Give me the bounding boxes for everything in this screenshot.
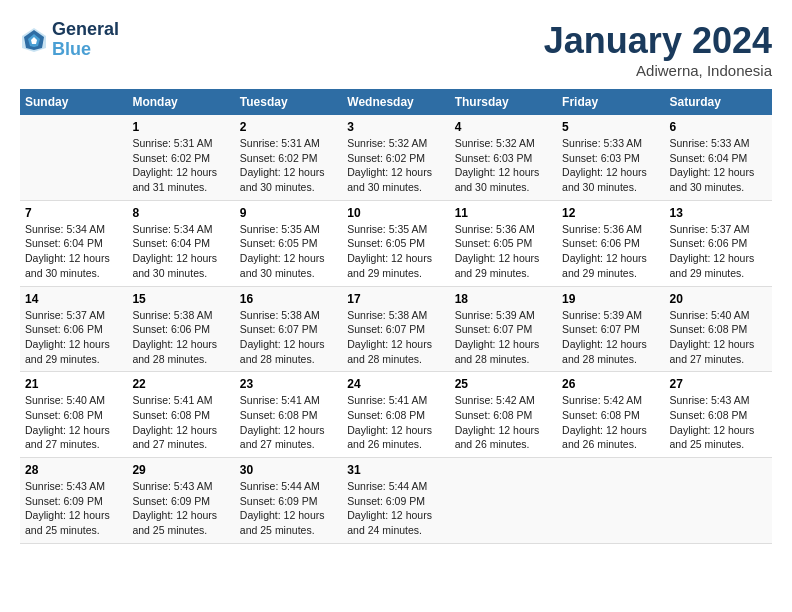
day-number: 5: [562, 120, 659, 134]
day-info: Sunrise: 5:37 AMSunset: 6:06 PMDaylight:…: [670, 222, 767, 281]
day-info: Sunrise: 5:35 AMSunset: 6:05 PMDaylight:…: [347, 222, 444, 281]
day-info: Sunrise: 5:42 AMSunset: 6:08 PMDaylight:…: [455, 393, 552, 452]
logo-icon: [20, 26, 48, 54]
day-number: 14: [25, 292, 122, 306]
logo: General Blue: [20, 20, 119, 60]
title-block: January 2024 Adiwerna, Indonesia: [544, 20, 772, 79]
day-number: 3: [347, 120, 444, 134]
day-info: Sunrise: 5:34 AMSunset: 6:04 PMDaylight:…: [25, 222, 122, 281]
day-info: Sunrise: 5:38 AMSunset: 6:07 PMDaylight:…: [240, 308, 337, 367]
calendar-cell: 6 Sunrise: 5:33 AMSunset: 6:04 PMDayligh…: [665, 115, 772, 200]
day-info: Sunrise: 5:32 AMSunset: 6:02 PMDaylight:…: [347, 136, 444, 195]
day-number: 21: [25, 377, 122, 391]
day-info: Sunrise: 5:33 AMSunset: 6:04 PMDaylight:…: [670, 136, 767, 195]
day-number: 29: [132, 463, 229, 477]
calendar-cell: 31 Sunrise: 5:44 AMSunset: 6:09 PMDaylig…: [342, 458, 449, 544]
weekday-header-row: Sunday Monday Tuesday Wednesday Thursday…: [20, 89, 772, 115]
header-wednesday: Wednesday: [342, 89, 449, 115]
day-info: Sunrise: 5:38 AMSunset: 6:06 PMDaylight:…: [132, 308, 229, 367]
day-number: 25: [455, 377, 552, 391]
day-info: Sunrise: 5:36 AMSunset: 6:05 PMDaylight:…: [455, 222, 552, 281]
day-number: 1: [132, 120, 229, 134]
calendar-cell: 23 Sunrise: 5:41 AMSunset: 6:08 PMDaylig…: [235, 372, 342, 458]
calendar-cell: [450, 458, 557, 544]
calendar-cell: 12 Sunrise: 5:36 AMSunset: 6:06 PMDaylig…: [557, 200, 664, 286]
calendar-cell: 30 Sunrise: 5:44 AMSunset: 6:09 PMDaylig…: [235, 458, 342, 544]
day-info: Sunrise: 5:41 AMSunset: 6:08 PMDaylight:…: [132, 393, 229, 452]
day-number: 10: [347, 206, 444, 220]
calendar-cell: 7 Sunrise: 5:34 AMSunset: 6:04 PMDayligh…: [20, 200, 127, 286]
day-info: Sunrise: 5:31 AMSunset: 6:02 PMDaylight:…: [240, 136, 337, 195]
day-number: 23: [240, 377, 337, 391]
header-friday: Friday: [557, 89, 664, 115]
day-info: Sunrise: 5:44 AMSunset: 6:09 PMDaylight:…: [240, 479, 337, 538]
calendar-week-row: 14 Sunrise: 5:37 AMSunset: 6:06 PMDaylig…: [20, 286, 772, 372]
day-number: 22: [132, 377, 229, 391]
calendar-cell: 1 Sunrise: 5:31 AMSunset: 6:02 PMDayligh…: [127, 115, 234, 200]
day-number: 2: [240, 120, 337, 134]
day-info: Sunrise: 5:40 AMSunset: 6:08 PMDaylight:…: [670, 308, 767, 367]
calendar-week-row: 28 Sunrise: 5:43 AMSunset: 6:09 PMDaylig…: [20, 458, 772, 544]
day-info: Sunrise: 5:32 AMSunset: 6:03 PMDaylight:…: [455, 136, 552, 195]
day-number: 4: [455, 120, 552, 134]
calendar-cell: 14 Sunrise: 5:37 AMSunset: 6:06 PMDaylig…: [20, 286, 127, 372]
day-number: 9: [240, 206, 337, 220]
day-info: Sunrise: 5:35 AMSunset: 6:05 PMDaylight:…: [240, 222, 337, 281]
calendar-cell: 13 Sunrise: 5:37 AMSunset: 6:06 PMDaylig…: [665, 200, 772, 286]
calendar-week-row: 7 Sunrise: 5:34 AMSunset: 6:04 PMDayligh…: [20, 200, 772, 286]
day-number: 15: [132, 292, 229, 306]
calendar-cell: 25 Sunrise: 5:42 AMSunset: 6:08 PMDaylig…: [450, 372, 557, 458]
calendar-cell: 18 Sunrise: 5:39 AMSunset: 6:07 PMDaylig…: [450, 286, 557, 372]
day-info: Sunrise: 5:40 AMSunset: 6:08 PMDaylight:…: [25, 393, 122, 452]
calendar-cell: 21 Sunrise: 5:40 AMSunset: 6:08 PMDaylig…: [20, 372, 127, 458]
header-saturday: Saturday: [665, 89, 772, 115]
logo-text-line2: Blue: [52, 40, 119, 60]
day-number: 30: [240, 463, 337, 477]
calendar-week-row: 21 Sunrise: 5:40 AMSunset: 6:08 PMDaylig…: [20, 372, 772, 458]
day-info: Sunrise: 5:33 AMSunset: 6:03 PMDaylight:…: [562, 136, 659, 195]
calendar-cell: 10 Sunrise: 5:35 AMSunset: 6:05 PMDaylig…: [342, 200, 449, 286]
calendar-cell: 20 Sunrise: 5:40 AMSunset: 6:08 PMDaylig…: [665, 286, 772, 372]
day-info: Sunrise: 5:42 AMSunset: 6:08 PMDaylight:…: [562, 393, 659, 452]
day-number: 26: [562, 377, 659, 391]
day-number: 6: [670, 120, 767, 134]
day-number: 16: [240, 292, 337, 306]
day-info: Sunrise: 5:43 AMSunset: 6:09 PMDaylight:…: [132, 479, 229, 538]
page-header: General Blue January 2024 Adiwerna, Indo…: [20, 20, 772, 79]
calendar-cell: 8 Sunrise: 5:34 AMSunset: 6:04 PMDayligh…: [127, 200, 234, 286]
calendar-cell: [20, 115, 127, 200]
header-monday: Monday: [127, 89, 234, 115]
calendar-cell: 22 Sunrise: 5:41 AMSunset: 6:08 PMDaylig…: [127, 372, 234, 458]
day-number: 18: [455, 292, 552, 306]
calendar-cell: 5 Sunrise: 5:33 AMSunset: 6:03 PMDayligh…: [557, 115, 664, 200]
calendar-cell: 15 Sunrise: 5:38 AMSunset: 6:06 PMDaylig…: [127, 286, 234, 372]
day-number: 8: [132, 206, 229, 220]
calendar-table: Sunday Monday Tuesday Wednesday Thursday…: [20, 89, 772, 544]
calendar-cell: 4 Sunrise: 5:32 AMSunset: 6:03 PMDayligh…: [450, 115, 557, 200]
calendar-cell: 26 Sunrise: 5:42 AMSunset: 6:08 PMDaylig…: [557, 372, 664, 458]
day-number: 11: [455, 206, 552, 220]
calendar-week-row: 1 Sunrise: 5:31 AMSunset: 6:02 PMDayligh…: [20, 115, 772, 200]
day-number: 20: [670, 292, 767, 306]
day-info: Sunrise: 5:43 AMSunset: 6:09 PMDaylight:…: [25, 479, 122, 538]
header-thursday: Thursday: [450, 89, 557, 115]
day-number: 27: [670, 377, 767, 391]
calendar-cell: 2 Sunrise: 5:31 AMSunset: 6:02 PMDayligh…: [235, 115, 342, 200]
day-number: 19: [562, 292, 659, 306]
logo-text-line1: General: [52, 20, 119, 40]
calendar-cell: [557, 458, 664, 544]
day-number: 13: [670, 206, 767, 220]
day-info: Sunrise: 5:37 AMSunset: 6:06 PMDaylight:…: [25, 308, 122, 367]
day-number: 17: [347, 292, 444, 306]
calendar-cell: 3 Sunrise: 5:32 AMSunset: 6:02 PMDayligh…: [342, 115, 449, 200]
calendar-cell: 19 Sunrise: 5:39 AMSunset: 6:07 PMDaylig…: [557, 286, 664, 372]
calendar-cell: 17 Sunrise: 5:38 AMSunset: 6:07 PMDaylig…: [342, 286, 449, 372]
header-sunday: Sunday: [20, 89, 127, 115]
calendar-cell: 11 Sunrise: 5:36 AMSunset: 6:05 PMDaylig…: [450, 200, 557, 286]
day-info: Sunrise: 5:34 AMSunset: 6:04 PMDaylight:…: [132, 222, 229, 281]
calendar-cell: 24 Sunrise: 5:41 AMSunset: 6:08 PMDaylig…: [342, 372, 449, 458]
calendar-cell: 27 Sunrise: 5:43 AMSunset: 6:08 PMDaylig…: [665, 372, 772, 458]
day-info: Sunrise: 5:39 AMSunset: 6:07 PMDaylight:…: [455, 308, 552, 367]
location-subtitle: Adiwerna, Indonesia: [544, 62, 772, 79]
day-info: Sunrise: 5:43 AMSunset: 6:08 PMDaylight:…: [670, 393, 767, 452]
